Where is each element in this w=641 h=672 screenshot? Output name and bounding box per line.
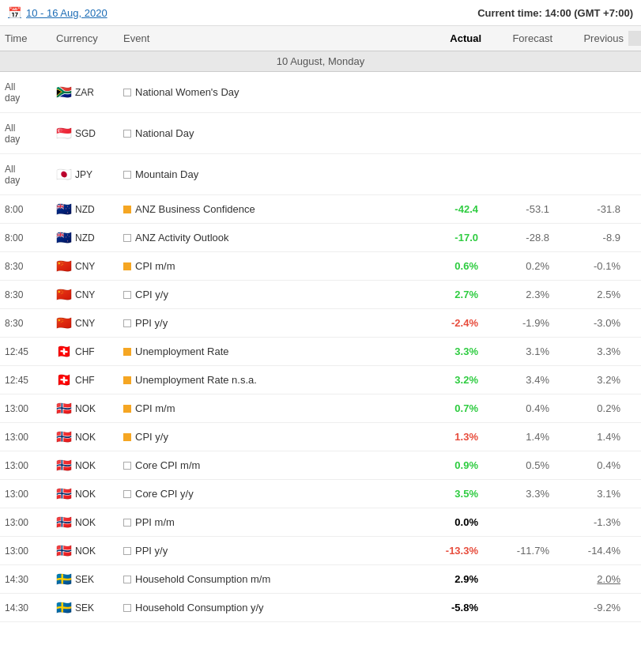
calendar-icon: 📅 xyxy=(8,6,21,19)
cell-currency: 🇸🇪 SEK xyxy=(51,568,119,590)
flag-icon: 🇯🇵 xyxy=(56,167,72,182)
currency-label: NOK xyxy=(75,432,96,443)
cell-currency: 🇨🇭 CHF xyxy=(51,341,119,362)
section-header-monday: 10 August, Monday xyxy=(0,51,641,72)
flag-icon: 🇳🇴 xyxy=(56,486,72,501)
col-time: Time xyxy=(0,31,51,46)
cell-event: Core CPI m/m xyxy=(119,456,415,474)
cell-currency: 🇳🇴 NOK xyxy=(51,483,119,504)
cell-actual: 0.7% xyxy=(415,399,486,417)
cell-time: 13:00 xyxy=(0,400,51,417)
cell-forecast: 1.4% xyxy=(486,428,557,446)
cell-time: 14:30 xyxy=(0,571,51,588)
cell-event: PPI m/m xyxy=(119,513,415,531)
cell-currency: 🇿🇦 ZAR xyxy=(51,81,119,103)
current-time: Current time: 14:00 (GMT +7:00) xyxy=(477,7,633,19)
cell-event: Core CPI y/y xyxy=(119,485,415,503)
cell-previous: 0.2% xyxy=(557,399,628,417)
cell-forecast xyxy=(486,172,557,178)
cell-time: 13:00 xyxy=(0,485,51,503)
table-row: 13:00 🇳🇴 NOK CPI y/y 1.3% 1.4% 1.4% xyxy=(0,423,641,451)
cell-time: 12:45 xyxy=(0,372,51,389)
event-name: Unemployment Rate n.s.a. xyxy=(135,374,257,386)
flag-icon: 🇨🇳 xyxy=(56,315,72,330)
cell-previous: 0.4% xyxy=(557,456,628,474)
flag-icon: 🇸🇪 xyxy=(56,572,72,587)
event-name: ANZ Activity Outlook xyxy=(135,232,228,244)
cell-time: 8:00 xyxy=(0,201,51,218)
cell-forecast: 0.4% xyxy=(486,399,557,417)
date-range[interactable]: 📅 10 - 16 Aug, 2020 xyxy=(8,6,107,19)
cell-currency: 🇳🇴 NOK xyxy=(51,455,119,476)
flag-icon: 🇸🇪 xyxy=(56,600,72,615)
currency-label: NOK xyxy=(75,403,96,414)
cell-currency: 🇳🇴 NOK xyxy=(51,512,119,533)
cell-forecast: -28.8 xyxy=(486,228,557,247)
cell-forecast: 3.4% xyxy=(486,371,557,389)
cell-time: Allday xyxy=(0,78,51,107)
currency-label: NOK xyxy=(75,460,96,471)
currency-label: NZD xyxy=(75,232,95,244)
currency-label: NOK xyxy=(75,517,96,528)
currency-label: JPY xyxy=(75,169,92,180)
cell-actual: 1.3% xyxy=(415,428,486,446)
cell-event: CPI m/m xyxy=(119,257,415,275)
cell-previous: 3.1% xyxy=(557,485,628,503)
cell-forecast: -1.9% xyxy=(486,314,557,332)
cell-forecast: 3.1% xyxy=(486,342,557,361)
cell-previous: -0.1% xyxy=(557,257,628,275)
cell-time: 8:30 xyxy=(0,286,51,304)
flag-icon: 🇳🇴 xyxy=(56,458,72,473)
event-name: National Women's Day xyxy=(135,86,239,98)
cell-actual: -13.3% xyxy=(415,542,486,560)
cell-currency: 🇳🇿 NZD xyxy=(51,198,119,220)
cell-forecast: 0.2% xyxy=(486,257,557,275)
cell-previous: -14.4% xyxy=(557,542,628,560)
cell-actual: -17.0 xyxy=(415,228,486,247)
cell-currency: 🇳🇴 NOK xyxy=(51,398,119,419)
cell-actual: 0.0% xyxy=(415,513,486,531)
table-row: 8:00 🇳🇿 NZD ANZ Business Confidence -42.… xyxy=(0,195,641,224)
cell-event: National Day xyxy=(119,124,415,142)
cell-event: Mountain Day xyxy=(119,165,415,183)
flag-icon: 🇨🇭 xyxy=(56,344,72,359)
cell-currency: 🇳🇿 NZD xyxy=(51,227,119,248)
cell-currency: 🇨🇳 CNY xyxy=(51,312,119,334)
cell-actual: 2.9% xyxy=(415,570,486,588)
event-name: PPI y/y xyxy=(135,545,168,557)
cell-actual: -2.4% xyxy=(415,314,486,332)
cell-event: Household Consumption y/y xyxy=(119,598,415,617)
cell-time: 8:30 xyxy=(0,315,51,332)
col-actual: Actual xyxy=(415,31,486,46)
cell-previous: -31.8 xyxy=(557,200,628,218)
flag-icon: 🇨🇳 xyxy=(56,287,72,302)
flag-icon: 🇳🇴 xyxy=(56,429,72,444)
cell-currency: 🇳🇴 NOK xyxy=(51,426,119,447)
flag-icon: 🇸🇬 xyxy=(56,126,72,141)
cell-actual: 2.7% xyxy=(415,285,486,304)
event-name: Unemployment Rate xyxy=(135,345,229,357)
currency-label: CHF xyxy=(75,346,95,357)
rows-container: Allday 🇿🇦 ZAR National Women's Day Allda… xyxy=(0,72,641,622)
currency-label: NOK xyxy=(75,546,96,557)
cell-forecast xyxy=(486,89,557,96)
col-event: Event xyxy=(119,31,415,46)
cell-forecast: 3.3% xyxy=(486,485,557,503)
header-bar: 📅 10 - 16 Aug, 2020 Current time: 14:00 … xyxy=(0,0,641,26)
cell-forecast: -11.7% xyxy=(486,542,557,560)
cell-time: 13:00 xyxy=(0,542,51,560)
currency-label: ZAR xyxy=(75,87,94,98)
table-row: 12:45 🇨🇭 CHF Unemployment Rate 3.3% 3.1%… xyxy=(0,338,641,366)
cell-currency: 🇸🇬 SGD xyxy=(51,123,119,144)
event-name: Mountain Day xyxy=(135,168,198,180)
col-previous: Previous xyxy=(557,31,628,46)
cell-previous: -3.0% xyxy=(557,314,628,332)
event-name: PPI m/m xyxy=(135,516,175,528)
cell-actual: 3.2% xyxy=(415,371,486,389)
table-row: 8:00 🇳🇿 NZD ANZ Activity Outlook -17.0 -… xyxy=(0,224,641,252)
event-name: CPI y/y xyxy=(135,431,168,443)
cell-forecast: 0.5% xyxy=(486,456,557,474)
date-range-text: 10 - 16 Aug, 2020 xyxy=(26,7,107,19)
cell-previous: 2.0% xyxy=(557,570,628,588)
table-row: Allday 🇸🇬 SGD National Day xyxy=(0,113,641,154)
